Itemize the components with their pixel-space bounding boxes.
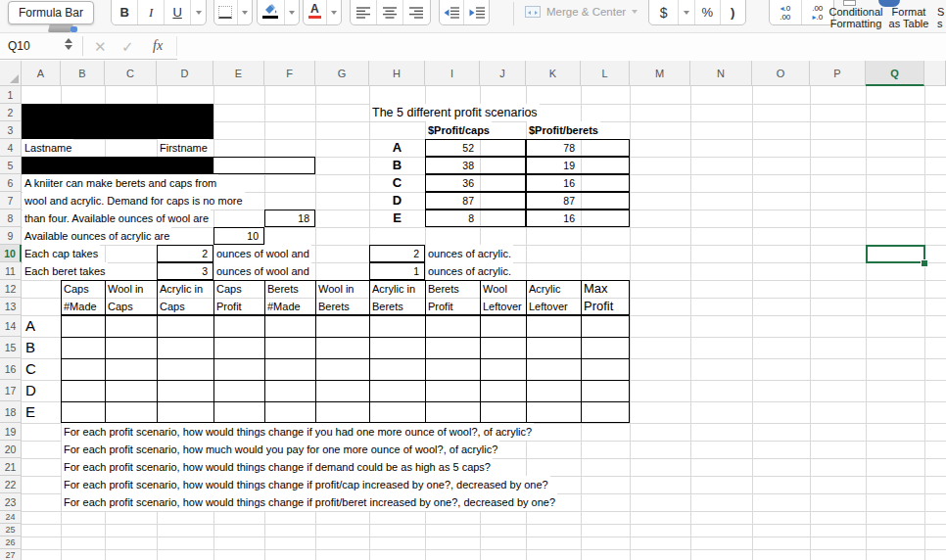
- cell-F12[interactable]: Berets: [265, 280, 299, 298]
- format-as-table-button[interactable]: Format as Table: [884, 7, 933, 29]
- cell-I8[interactable]: 8: [425, 210, 474, 227]
- cell-D12[interactable]: Acrylic in: [158, 280, 203, 298]
- fill-color-button[interactable]: [258, 0, 285, 24]
- cell-G13[interactable]: Berets: [316, 298, 350, 315]
- cell-B21[interactable]: For each profit scenario, how would thin…: [62, 458, 493, 476]
- row-header-5[interactable]: 5: [0, 157, 22, 174]
- cell-A15[interactable]: B: [25, 337, 35, 358]
- cell-K4[interactable]: 78: [526, 139, 575, 157]
- cell-H6[interactable]: C: [369, 174, 425, 192]
- row-header-12[interactable]: 12: [0, 280, 22, 298]
- cell-E9[interactable]: 10: [213, 227, 259, 245]
- col-header-A[interactable]: A: [22, 61, 61, 86]
- col-header-B[interactable]: B: [61, 61, 105, 86]
- currency-format-button[interactable]: $: [649, 0, 679, 24]
- row-header-4[interactable]: 4: [0, 139, 22, 157]
- cell-D11[interactable]: 3: [157, 262, 208, 280]
- cell-D4[interactable]: Firstname: [158, 139, 210, 157]
- cell-H8[interactable]: E: [369, 210, 425, 227]
- row-header-22[interactable]: 22: [0, 476, 22, 493]
- cell-A11[interactable]: Each beret takes: [23, 262, 108, 280]
- row-header-10[interactable]: 10: [0, 245, 22, 262]
- cell-H7[interactable]: D: [369, 192, 425, 210]
- cell-I12[interactable]: Berets: [426, 280, 459, 298]
- cell-I6[interactable]: 36: [425, 174, 474, 192]
- col-header-C[interactable]: C: [105, 61, 157, 86]
- row-header-8[interactable]: 8: [0, 210, 22, 227]
- col-header-F[interactable]: F: [264, 61, 315, 86]
- cell-A8[interactable]: than four. Available ounces of wool are: [23, 210, 211, 227]
- italic-button[interactable]: I: [138, 0, 164, 24]
- row-header-13[interactable]: 13: [0, 298, 22, 315]
- row-header-7[interactable]: 7: [0, 192, 22, 210]
- row-header-21[interactable]: 21: [0, 458, 22, 476]
- row-header-16[interactable]: 16: [0, 358, 22, 380]
- row-header-6[interactable]: 6: [0, 174, 22, 192]
- cell-B23[interactable]: For each profit scenario, how would thin…: [62, 493, 557, 511]
- font-color-button[interactable]: A: [304, 0, 327, 24]
- row-header-11[interactable]: 11: [0, 262, 22, 280]
- cell-C13[interactable]: Caps: [106, 298, 133, 315]
- cell-A16[interactable]: C: [25, 358, 36, 380]
- cell-K13[interactable]: Leftover: [527, 298, 568, 315]
- cell-I11[interactable]: ounces of acrylic.: [426, 262, 513, 280]
- cell-E12[interactable]: Caps: [214, 280, 242, 298]
- row-header-14[interactable]: 14: [0, 315, 22, 337]
- comma-format-button[interactable]: ): [721, 0, 745, 24]
- cell-L13[interactable]: Profit: [582, 298, 613, 315]
- worksheet-grid[interactable]: ABCDEFGHIJKLMNOPQ12345678910111213141516…: [0, 60, 946, 560]
- cell-H13[interactable]: Berets: [370, 298, 403, 315]
- col-header-H[interactable]: H: [369, 61, 425, 86]
- underline-button[interactable]: U: [165, 0, 191, 24]
- underline-dropdown[interactable]: [191, 0, 206, 24]
- cell-I13[interactable]: Profit: [426, 298, 453, 315]
- fill-handle[interactable]: [921, 259, 928, 267]
- cell-H12[interactable]: Acrylic in: [370, 280, 415, 298]
- row-header-3[interactable]: 3: [0, 121, 22, 139]
- percent-format-button[interactable]: %: [695, 0, 720, 24]
- row-header-23[interactable]: 23: [0, 493, 22, 511]
- select-all-corner[interactable]: [0, 61, 22, 86]
- cell-J12[interactable]: Wool: [481, 280, 507, 298]
- cell-B19[interactable]: For each profit scenario, how would thin…: [62, 423, 534, 441]
- row-header-9[interactable]: 9: [0, 227, 22, 245]
- col-header-E[interactable]: E: [213, 61, 264, 86]
- col-header-N[interactable]: N: [690, 61, 752, 86]
- cell-A4[interactable]: Lastname: [23, 139, 73, 157]
- cell-I10[interactable]: ounces of acrylic.: [426, 245, 513, 262]
- cell-D10[interactable]: 2: [157, 245, 208, 262]
- cancel-icon[interactable]: ✕: [94, 33, 107, 60]
- cell-A14[interactable]: A: [25, 315, 35, 337]
- cell-H5[interactable]: B: [369, 157, 425, 174]
- font-color-dropdown[interactable]: [327, 0, 341, 24]
- cell-F13[interactable]: #Made: [265, 298, 301, 315]
- row-header-2[interactable]: 2: [0, 104, 22, 121]
- cell-I4[interactable]: 52: [425, 139, 474, 157]
- row-header-19[interactable]: 19: [0, 423, 22, 441]
- cell-A18[interactable]: E: [25, 401, 35, 423]
- col-header-K[interactable]: K: [526, 61, 581, 86]
- cell-E10[interactable]: ounces of wool and: [214, 245, 311, 262]
- cell-I5[interactable]: 38: [425, 157, 474, 174]
- row-header-17[interactable]: 17: [0, 380, 22, 401]
- row-header-26[interactable]: 26: [0, 537, 22, 549]
- name-box[interactable]: Q10: [8, 33, 30, 60]
- cell-B12[interactable]: Caps: [62, 280, 89, 298]
- increase-indent-button[interactable]: [464, 0, 489, 24]
- align-left-button[interactable]: [351, 0, 377, 24]
- selection-ring-Q10[interactable]: [866, 245, 925, 263]
- col-header-Q[interactable]: Q: [866, 61, 924, 86]
- col-header-I[interactable]: I: [425, 61, 480, 86]
- fill-color-dropdown[interactable]: [285, 0, 299, 24]
- row-header-24[interactable]: 24: [0, 511, 22, 524]
- col-header-M[interactable]: M: [630, 61, 690, 86]
- row-header-18[interactable]: 18: [0, 401, 22, 423]
- cell-A9[interactable]: Available ounces of acrylic are: [23, 227, 171, 245]
- cell-H2[interactable]: The 5 different profit scenarios: [370, 104, 540, 121]
- cell-J13[interactable]: Leftover: [481, 298, 522, 315]
- cell-H10[interactable]: 2: [369, 245, 419, 262]
- bold-button[interactable]: B: [112, 0, 138, 24]
- merge-center-button[interactable]: Merge & Center: [525, 6, 638, 18]
- fx-icon[interactable]: fx: [153, 33, 163, 60]
- cell-I7[interactable]: 87: [425, 192, 474, 210]
